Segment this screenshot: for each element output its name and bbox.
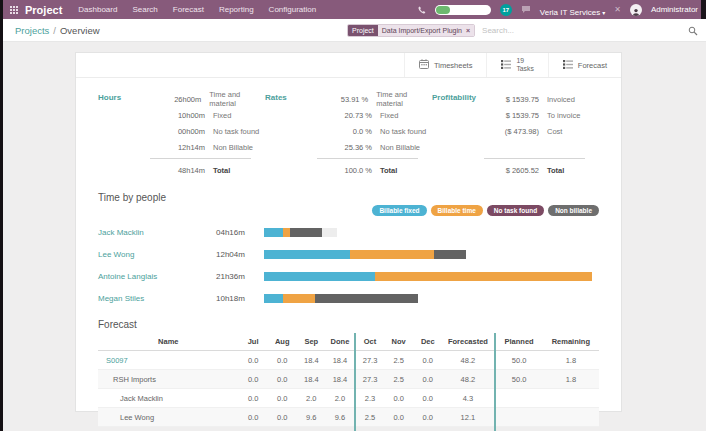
- stat-column-profitability: Profitability$ 1539.75Invoiced$ 1539.75T…: [432, 91, 599, 178]
- legend-badge-no-task-found[interactable]: No task found: [487, 205, 544, 216]
- breadcrumb-current: Overview: [60, 25, 100, 36]
- timer-progress: [436, 6, 450, 14]
- person-duration: 12h04m: [216, 250, 264, 259]
- forecast-cell: 0.0: [239, 370, 268, 389]
- forecast-cell: 0.0: [413, 408, 442, 427]
- forecast-cell: [543, 389, 599, 408]
- bar-segment: [375, 272, 593, 281]
- breadcrumb-root[interactable]: Projects: [15, 25, 49, 36]
- facet-remove-icon[interactable]: ×: [466, 27, 470, 34]
- forecast-cell: 0.0: [239, 408, 268, 427]
- stat-total-row: 48h14mTotal: [150, 162, 265, 178]
- bar-segment: [350, 250, 434, 259]
- forecast-col-header: Forecasted: [442, 333, 494, 351]
- forecast-button[interactable]: Forecast: [548, 53, 621, 77]
- legend-badge-billable-fixed[interactable]: Billable fixed: [372, 205, 426, 216]
- stat-value: 26h00m: [150, 95, 201, 104]
- chat-bubble-icon[interactable]: [521, 5, 531, 14]
- stat-value: 10h00m: [150, 111, 205, 120]
- panel-toolbar: Timesheets19TasksForecast: [76, 53, 621, 78]
- top-menu-item-dashboard[interactable]: Dashboard: [78, 5, 117, 14]
- app-name[interactable]: Project: [25, 4, 62, 16]
- stat-value: 00h00m: [150, 127, 205, 136]
- stat-row: 20.73 %Fixed: [317, 107, 432, 123]
- top-menu-item-forecast[interactable]: Forecast: [173, 5, 204, 14]
- company-switcher[interactable]: Veria IT Services▾: [540, 1, 605, 19]
- bar-segment: [264, 228, 283, 237]
- discuss-icon[interactable]: 17: [500, 4, 512, 16]
- timer-widget[interactable]: [435, 5, 491, 15]
- bar-segment: [290, 228, 321, 237]
- stat-row: 26h00mTime and material: [150, 91, 265, 107]
- stat-divider: [317, 158, 418, 159]
- forecast-cell: 18.4: [326, 351, 355, 370]
- timesheets-button[interactable]: Timesheets: [404, 53, 487, 77]
- bar-segment: [264, 294, 283, 303]
- person-link[interactable]: Jack Macklin: [98, 228, 216, 237]
- stat-column-title: Rates: [265, 91, 317, 178]
- forecast-row-name: Jack Macklin: [98, 389, 239, 408]
- stat-rows: $ 1539.75Invoiced$ 1539.75To invoice($ 4…: [484, 91, 599, 178]
- stat-row: $ 1539.75To invoice: [484, 107, 599, 123]
- top-menu-item-reporting[interactable]: Reporting: [219, 5, 254, 14]
- forecast-cell: [543, 427, 599, 431]
- person-link[interactable]: Megan Stiles: [98, 294, 216, 303]
- forecast-title: Forecast: [98, 319, 599, 330]
- phone-icon[interactable]: [418, 6, 426, 14]
- stat-row: 12h14mNon Billable: [150, 139, 265, 155]
- stat-row-spacer: [484, 139, 599, 155]
- apps-grid-icon[interactable]: [10, 6, 18, 14]
- forecast-cell: 0.0: [413, 389, 442, 408]
- user-name[interactable]: Administrator: [651, 5, 698, 14]
- forecast-cell: 2.0: [297, 389, 326, 408]
- forecast-project-link[interactable]: S0097: [98, 351, 239, 370]
- person-link[interactable]: Antoine Langlais: [98, 272, 216, 281]
- stat-value: $ 1539.75: [484, 95, 539, 104]
- search-input[interactable]: [475, 26, 688, 35]
- stat-column-hours: Hours26h00mTime and material10h00mFixed0…: [98, 91, 265, 178]
- legend-badge-billable-time[interactable]: Billable time: [431, 205, 483, 216]
- forecast-cell: 27.3: [355, 351, 384, 370]
- time-row: Antoine Langlais21h36m: [98, 265, 599, 287]
- stat-value: $ 1539.75: [484, 111, 539, 120]
- forecast-cell: 2.5: [355, 408, 384, 427]
- stat-label: Fixed: [380, 111, 398, 120]
- close-icon[interactable]: ✕: [614, 5, 621, 14]
- forecast-cell: 0.0: [239, 351, 268, 370]
- forecast-cell: 0.0: [239, 389, 268, 408]
- person-duration: 21h36m: [216, 272, 264, 281]
- stat-total-label: Total: [213, 166, 230, 175]
- forecast-cell: 9.6: [326, 408, 355, 427]
- button-label: Forecast: [578, 61, 607, 70]
- bar-segment: [283, 228, 290, 237]
- breadcrumb-bar: Projects / Overview Project Data Import/…: [0, 19, 706, 42]
- forecast-cell: 4.5: [297, 427, 326, 431]
- search-icon[interactable]: [688, 22, 698, 40]
- legend-badge-non-billable[interactable]: Non billable: [548, 205, 599, 216]
- stat-label: Non Billable: [380, 143, 420, 152]
- forecast-cell: [495, 389, 543, 408]
- stat-divider: [150, 158, 251, 159]
- forecast-cell: 0.0: [384, 408, 413, 427]
- stat-label: No task found: [380, 127, 426, 136]
- stat-column-rates: Rates53.91 %Time and material20.73 %Fixe…: [265, 91, 432, 178]
- forecast-col-header: Name: [98, 333, 239, 351]
- avatar[interactable]: [630, 4, 642, 16]
- top-menu-item-configuration[interactable]: Configuration: [269, 5, 317, 14]
- forecast-cell: 0.0: [268, 351, 297, 370]
- stacked-bar: [264, 294, 599, 303]
- search-facet-value: Data Import/Export Plugin ×: [378, 25, 474, 36]
- person-link[interactable]: Lee Wong: [98, 250, 216, 259]
- tasks-button[interactable]: 19Tasks: [486, 53, 547, 77]
- forecast-cell: 4.5: [326, 427, 355, 431]
- forecast-cell: 0.0: [384, 389, 413, 408]
- top-menu-item-search[interactable]: Search: [132, 5, 157, 14]
- bar-segment: [315, 294, 419, 303]
- forecast-row-name: RSH Imports: [98, 370, 239, 389]
- stat-total-row: $ 2605.52Total: [484, 162, 599, 178]
- table-row: Jack Macklin0.00.02.02.02.30.00.04.3: [98, 389, 599, 408]
- stat-label: Invoiced: [547, 95, 575, 104]
- forecast-cell: 48.2: [442, 351, 494, 370]
- forecast-cell: 0.0: [268, 389, 297, 408]
- search-facet-category: Project: [348, 25, 378, 36]
